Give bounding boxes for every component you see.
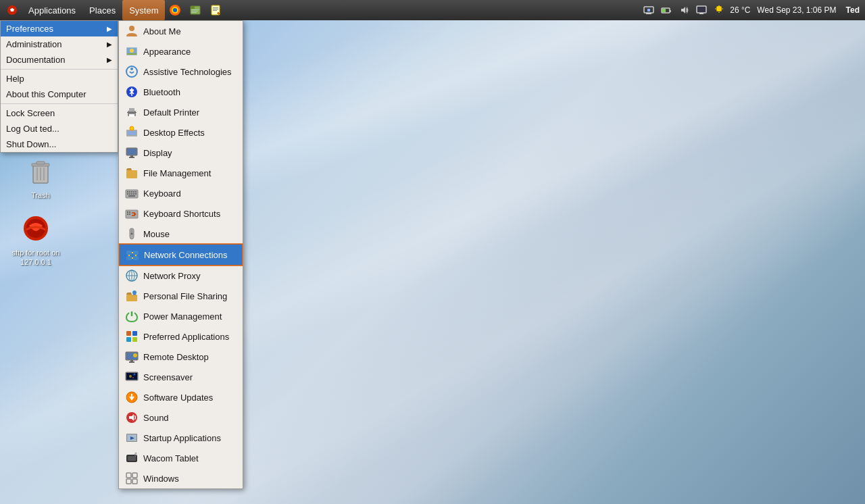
svg-rect-71 xyxy=(133,193,134,195)
proxy-label: Network Proxy xyxy=(143,271,201,281)
pref-software-updates[interactable]: Software Updates xyxy=(119,387,243,407)
administration-label: Administration xyxy=(6,39,61,49)
svg-rect-97 xyxy=(126,337,131,342)
svg-rect-98 xyxy=(132,337,137,342)
pref-proxy[interactable]: Network Proxy xyxy=(119,266,243,286)
preferences-arrow: ▶ xyxy=(107,25,112,32)
svg-point-107 xyxy=(134,374,136,376)
display-tray-icon[interactable] xyxy=(695,3,708,17)
svg-rect-36 xyxy=(36,161,45,164)
places-menu[interactable]: Places xyxy=(82,0,122,20)
preferences-submenu: About Me Appearance xyxy=(118,20,243,489)
weather-icon xyxy=(712,3,726,17)
svg-rect-22 xyxy=(697,7,706,12)
shutdown-menu-item[interactable]: Shut Down... xyxy=(1,136,118,152)
svg-rect-77 xyxy=(127,213,128,215)
nautilus-icon[interactable] xyxy=(185,0,205,20)
system-menu-button[interactable]: System xyxy=(122,0,165,20)
svg-rect-78 xyxy=(129,213,130,215)
svg-rect-7 xyxy=(191,11,198,11)
trash-icon-image xyxy=(24,155,57,187)
startup-icon xyxy=(124,430,139,445)
printer-icon xyxy=(124,105,139,120)
pref-effects[interactable]: Desktop Effects xyxy=(119,122,243,143)
trash-icon[interactable]: Trash xyxy=(14,152,68,203)
volume-tray-icon[interactable] xyxy=(677,3,691,17)
svg-rect-96 xyxy=(132,331,137,336)
preferences-menu-item[interactable]: Preferences ▶ xyxy=(1,21,118,36)
svg-rect-65 xyxy=(131,191,132,193)
documentation-label: Documentation xyxy=(6,55,65,65)
about-computer-menu-item[interactable]: About this Computer xyxy=(1,86,118,102)
applications-menu[interactable]: Applications xyxy=(22,0,82,20)
power-label: Power Management xyxy=(143,311,222,322)
svg-point-48 xyxy=(130,68,133,70)
pref-screensaver[interactable]: Screensaver xyxy=(119,367,243,387)
pref-mouse[interactable]: Mouse xyxy=(119,224,243,244)
text-editor-icon[interactable] xyxy=(205,0,226,20)
windows-label: Windows xyxy=(143,474,179,484)
keyboard-label: Keyboard xyxy=(143,188,181,199)
screensaver-icon xyxy=(124,370,139,384)
shutdown-label: Shut Down... xyxy=(6,139,56,149)
svg-marker-19 xyxy=(681,7,685,14)
pref-keyboard[interactable]: Keyboard xyxy=(119,183,243,203)
svg-rect-84 xyxy=(133,256,139,260)
pref-preferred-apps[interactable]: Preferred Applications xyxy=(119,326,243,347)
pref-power[interactable]: Power Management xyxy=(119,306,243,326)
desktop: Applications Places System xyxy=(0,0,865,504)
svg-rect-95 xyxy=(126,331,131,336)
pref-sound[interactable]: Sound xyxy=(119,407,243,428)
pref-printer[interactable]: Default Printer xyxy=(119,102,243,122)
pref-windows[interactable]: Windows xyxy=(119,468,243,488)
appearance-icon xyxy=(124,44,139,59)
sharing-label: Personal File Sharing xyxy=(143,291,227,301)
pref-remote-desktop[interactable]: Remote Desktop xyxy=(119,347,243,367)
svg-rect-45 xyxy=(127,53,137,55)
wacom-icon xyxy=(124,451,139,465)
svg-rect-69 xyxy=(129,193,130,195)
svg-rect-75 xyxy=(127,211,128,213)
trash-label: Trash xyxy=(29,190,52,201)
software-updates-icon xyxy=(124,390,139,405)
documentation-menu-item[interactable]: Documentation ▶ xyxy=(1,52,118,68)
pref-about-me[interactable]: About Me xyxy=(119,21,243,41)
software-updates-label: Software Updates xyxy=(143,393,213,403)
logout-menu-item[interactable]: Log Out ted... xyxy=(1,121,118,136)
pref-startup[interactable]: Startup Applications xyxy=(119,428,243,448)
battery-tray-icon[interactable] xyxy=(660,3,673,17)
pref-bluetooth[interactable]: Bluetooth xyxy=(119,82,243,102)
pref-sharing[interactable]: Personal File Sharing xyxy=(119,286,243,306)
lock-screen-menu-item[interactable]: Lock Screen xyxy=(1,105,118,121)
svg-rect-21 xyxy=(699,13,703,14)
pref-wacom[interactable]: Wacom Tablet xyxy=(119,448,243,468)
documentation-arrow: ▶ xyxy=(107,56,112,64)
firefox-icon[interactable] xyxy=(165,0,185,20)
svg-point-56 xyxy=(130,126,134,130)
sftp-icon[interactable]: sftp for root on 127.0.0.1 xyxy=(5,209,66,271)
system-dropdown-menu: Preferences ▶ Administration ▶ Documenta… xyxy=(0,20,118,153)
help-menu-item[interactable]: Help xyxy=(1,71,118,86)
pref-shortcuts[interactable]: Keyboard Shortcuts xyxy=(119,203,243,224)
administration-menu-item[interactable]: Administration ▶ xyxy=(1,36,118,52)
screensaver-label: Screensaver xyxy=(143,372,193,382)
pref-appearance[interactable]: Appearance xyxy=(119,41,243,61)
svg-rect-5 xyxy=(191,6,195,9)
pref-network-connections[interactable]: Network Connections xyxy=(119,244,243,266)
svg-rect-55 xyxy=(128,131,136,135)
display-label: Display xyxy=(143,148,172,158)
pref-display[interactable]: Display xyxy=(119,143,243,163)
network-tray-icon[interactable] xyxy=(642,3,656,17)
effects-icon xyxy=(124,125,139,140)
preferred-apps-icon xyxy=(124,329,139,344)
pref-files[interactable]: File Management xyxy=(119,163,243,183)
svg-point-103 xyxy=(133,353,137,357)
pref-assistive[interactable]: Assistive Technologies xyxy=(119,61,243,82)
display-icon xyxy=(124,145,139,160)
svg-rect-119 xyxy=(126,473,131,478)
svg-rect-14 xyxy=(646,13,651,14)
preferred-apps-label: Preferred Applications xyxy=(143,332,229,342)
sftp-icon-image xyxy=(20,212,52,245)
svg-rect-61 xyxy=(126,170,137,178)
sound-label: Sound xyxy=(143,413,169,423)
